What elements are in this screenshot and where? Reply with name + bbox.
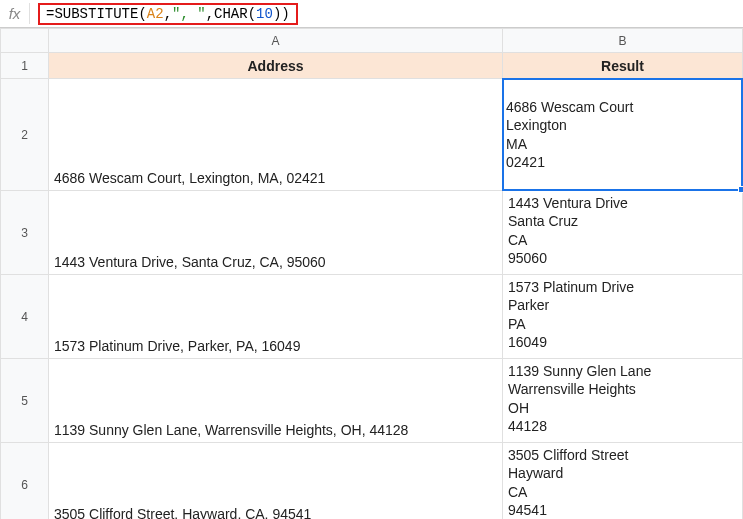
column-header-a[interactable]: A (49, 29, 503, 53)
spreadsheet-grid: A B 1 Address Result 2 4686 Wescam Court… (0, 28, 743, 519)
selection-outline (502, 78, 743, 191)
cell-a2[interactable]: 4686 Wescam Court, Lexington, MA, 02421 (49, 79, 503, 191)
cell-a3[interactable]: 1443 Ventura Drive, Santa Cruz, CA, 9506… (49, 191, 503, 275)
cell-a5[interactable]: 1139 Sunny Glen Lane, Warrensville Heigh… (49, 359, 503, 443)
formula-string: ", " (172, 6, 206, 22)
row-header-6[interactable]: 6 (1, 443, 49, 519)
cell-b1[interactable]: Result (503, 53, 743, 79)
column-header-b[interactable]: B (503, 29, 743, 53)
formula-bar: fx =SUBSTITUTE(A2,", ",CHAR(10)) (0, 0, 743, 28)
formula-eq: = (46, 6, 54, 22)
row-header-1[interactable]: 1 (1, 53, 49, 79)
formula-open-paren-2: ( (248, 6, 256, 22)
formula-input[interactable]: =SUBSTITUTE(A2,", ",CHAR(10)) (38, 3, 298, 25)
cell-b4[interactable]: 1573 Platinum Drive Parker PA 16049 (503, 275, 743, 359)
cell-b3[interactable]: 1443 Ventura Drive Santa Cruz CA 95060 (503, 191, 743, 275)
formula-comma-2: , (206, 6, 214, 22)
formula-close-paren-2: ) (273, 6, 281, 22)
cell-a6[interactable]: 3505 Clifford Street, Hayward, CA, 94541 (49, 443, 503, 519)
row-header-3[interactable]: 3 (1, 191, 49, 275)
row-header-4[interactable]: 4 (1, 275, 49, 359)
select-all-corner[interactable] (1, 29, 49, 53)
row-header-5[interactable]: 5 (1, 359, 49, 443)
formula-close-paren: ) (281, 6, 289, 22)
cell-a4[interactable]: 1573 Platinum Drive, Parker, PA, 16049 (49, 275, 503, 359)
formula-ref: A2 (147, 6, 164, 22)
formula-number: 10 (256, 6, 273, 22)
formula-fn-char: CHAR (214, 6, 248, 22)
formula-open-paren: ( (138, 6, 146, 22)
cell-b5[interactable]: 1139 Sunny Glen Lane Warrensville Height… (503, 359, 743, 443)
row-header-2[interactable]: 2 (1, 79, 49, 191)
fx-icon: fx (0, 3, 30, 24)
cell-b2[interactable]: 4686 Wescam Court Lexington MA 02421 (503, 79, 743, 191)
cell-b2-value: 4686 Wescam Court Lexington MA 02421 (506, 99, 633, 170)
formula-fn-substitute: SUBSTITUTE (54, 6, 138, 22)
formula-comma: , (164, 6, 172, 22)
cell-a1[interactable]: Address (49, 53, 503, 79)
cell-b6[interactable]: 3505 Clifford Street Hayward CA 94541 (503, 443, 743, 519)
